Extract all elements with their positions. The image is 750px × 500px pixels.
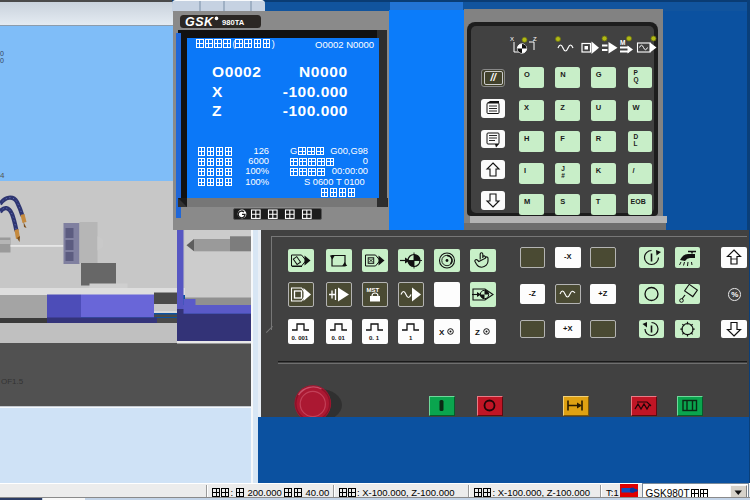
svg-text:1: 1 [409,335,413,341]
svg-text:X: X [510,36,514,42]
svg-text:4: 4 [0,171,5,180]
svg-text:Z: Z [475,327,480,336]
svg-text:0: 0 [0,50,4,57]
svg-text:0. 1: 0. 1 [369,335,380,341]
svg-text:M: M [620,39,625,46]
svg-text:0. 001: 0. 001 [292,335,309,341]
svg-text:OF1.5: OF1.5 [1,377,24,386]
svg-text:0. 01: 0. 01 [332,335,346,341]
svg-text:Z: Z [533,36,537,42]
svg-text:MST: MST [367,287,380,293]
svg-text:0: 0 [0,57,4,64]
svg-text:GSK: GSK [185,15,214,28]
svg-text:X: X [439,327,445,336]
svg-text:980TA: 980TA [222,18,245,27]
